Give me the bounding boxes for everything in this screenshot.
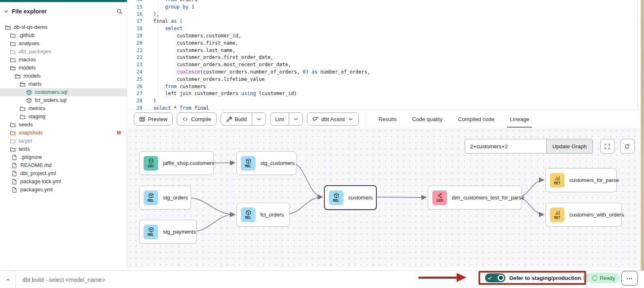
chevron-down-icon [293,116,299,122]
lineage-node-stg-payments[interactable]: MDLstg_payments [139,220,197,244]
code-line-17[interactable]: 17final as ( [127,18,637,25]
search-icon[interactable] [116,9,122,15]
lineage-canvas[interactable]: Update Graph SRCjaffle_shop.customersMDL… [127,128,640,268]
build-button-main[interactable]: Build [221,113,252,125]
folder-icon [10,32,16,39]
chevron-down-icon[interactable] [3,9,9,15]
tab-lineage[interactable]: Lineage [502,110,537,128]
lineage-node-fct-orders[interactable]: MDLfct_orders [236,203,290,227]
file-tree-item-models[interactable]: models [0,72,127,80]
lint-dropdown[interactable] [289,113,303,125]
dbt-assist-button: dbt Assist [307,113,359,126]
lineage-controls: Update Graph [465,139,635,154]
file-tree-item-customers-sql[interactable]: customers.sql [0,88,127,96]
file-tree-item--github[interactable]: .github [0,31,127,39]
file-tree-item-seeds[interactable]: seeds [0,121,127,129]
file-tree-item-fct-orders-sql[interactable]: fct_orders.sql [0,96,127,104]
file-tree-item-package-lock-yml[interactable]: package-lock.yml [0,178,127,186]
preview-button-main[interactable]: Preview [134,113,172,125]
lint-button-main[interactable]: Lint [270,113,289,125]
code-line-16[interactable]: 16), [127,11,637,18]
code-line-18[interactable]: 18 select [127,25,637,32]
file-tree-label: analyses [19,39,39,48]
code-icon [182,116,188,122]
code-line-14[interactable]: 14 from orders [127,0,637,4]
ready-status-icon [592,275,597,281]
line-number: 28 [127,97,142,105]
code-line-24[interactable]: 24 coalesce(customer_orders.number_of_or… [127,69,637,76]
defer-label: Defer to staging/production [509,275,581,281]
code-line-15[interactable]: 15 group by 1 [127,4,637,11]
code-line-25[interactable]: 25 customer_orders.lifetime_value [127,76,637,83]
met-badge: MET [550,208,565,222]
folder-icon [10,41,16,47]
editor-toolbar: PreviewCompileBuildLintdbt Assist Result… [127,110,640,128]
update-graph-button[interactable]: Update Graph [546,139,592,153]
code-line-27[interactable]: 27 left join customer_orders using (cust… [127,90,637,97]
file-tree-item-dbt-project-yml[interactable]: dbt_project.yml [0,169,127,178]
more-options-button[interactable]: ⋯ [621,271,638,286]
code-line-19[interactable]: 19 customers.customer_id, [127,32,637,40]
file-tree-item-target[interactable]: target [0,137,127,145]
refresh-graph-button[interactable] [620,139,635,154]
file-tree-item-macros[interactable]: macros [0,56,127,64]
folder-open-icon [15,73,21,79]
file-tree-item-metrics[interactable]: metrics [0,104,127,113]
code-line-29[interactable]: 29select * from final [127,105,637,110]
page-scrollbar[interactable] [641,0,644,288]
folder-icon [19,106,26,112]
file-tree-item-tests[interactable]: tests [0,145,127,153]
lineage-node-customers[interactable]: MDLcustomers [324,185,377,210]
code-line-26[interactable]: 26 from customers [127,83,637,91]
lineage-filter-input[interactable] [465,139,546,153]
file-tree-label: packages.yml [20,186,52,194]
lineage-node-customers-for-parse[interactable]: METcustomers_for_parse [545,168,617,192]
file-tree-label: package-lock.yml [20,178,61,186]
tab-compiled-code[interactable]: Compiled code [450,110,502,128]
lineage-node-dim-customers-test-for-parse[interactable]: SEMdim_customers_test_for_parse [428,186,522,210]
line-number: 29 [127,105,142,110]
code-editor[interactable]: 14 from orders15 group by 116),17final a… [127,0,638,110]
defer-annotation-box: Defer to staging/production ? [479,271,586,285]
file-tree-item-analyses[interactable]: analyses [0,39,127,48]
file-tree-item-dbt-packages[interactable]: dbt_packages [0,48,127,56]
code-line-22[interactable]: 22 customer_orders.first_order_date, [127,54,637,61]
file-tree-item-db-sl-qs-demo[interactable]: db-sl-qs-demo [0,23,127,31]
lineage-node-jaffle-shop-customers[interactable]: SRCjaffle_shop.customers [139,151,214,175]
file-tree-label: models [24,72,41,80]
fullscreen-button[interactable] [600,139,615,154]
defer-toggle[interactable] [485,273,505,282]
dbt-assist-button-main[interactable]: dbt Assist [307,113,358,125]
lineage-node-stg-customers[interactable]: MDLstg_customers [236,151,296,175]
bars-icon [554,175,560,181]
file-tree-item-staging[interactable]: staging [0,113,127,121]
tab-results[interactable]: Results [371,110,404,128]
lineage-node-stg-orders[interactable]: MDLstg_orders [139,186,191,210]
compile-button-main[interactable]: Compile [177,113,216,125]
lint-button: Lint [270,113,303,126]
lineage-node-customers-with-orders[interactable]: METcustomers_with_orders [545,203,622,227]
wrench-icon [226,116,232,122]
build-button: Build [221,113,266,126]
line-number: 17 [127,18,142,25]
code-line-20[interactable]: 20 customers.first_name, [127,40,637,47]
file-tree-label: dbt_packages [19,48,52,56]
code-line-28[interactable]: 28) [127,97,637,105]
expand-command-bar-button[interactable] [0,277,15,283]
line-number: 16 [127,11,142,18]
code-text: customers.customer_id, [142,32,241,40]
code-line-23[interactable]: 23 customer_orders.most_recent_order_dat… [127,61,637,69]
build-dropdown[interactable] [252,113,266,125]
tab-code-quality[interactable]: Code quality [404,110,450,128]
file-tree-item-snapshots[interactable]: snapshotsM [0,129,127,137]
indent-guide [158,0,159,110]
file-tree-item--gitignore[interactable]: .gitignore [0,153,127,161]
node-label: stg_customers [260,160,295,166]
file-tree-item-models[interactable]: models [0,64,127,72]
file-tree-item-marts[interactable]: marts [0,80,127,88]
file-tree-item-packages-yml[interactable]: packages.yml [0,186,127,194]
code-line-21[interactable]: 21 customers.last_name, [127,47,637,54]
node-label: jaffle_shop.customers [163,160,214,166]
file-tree-label: .github [19,31,34,39]
file-tree-item-readme-md[interactable]: README.md [0,161,127,169]
